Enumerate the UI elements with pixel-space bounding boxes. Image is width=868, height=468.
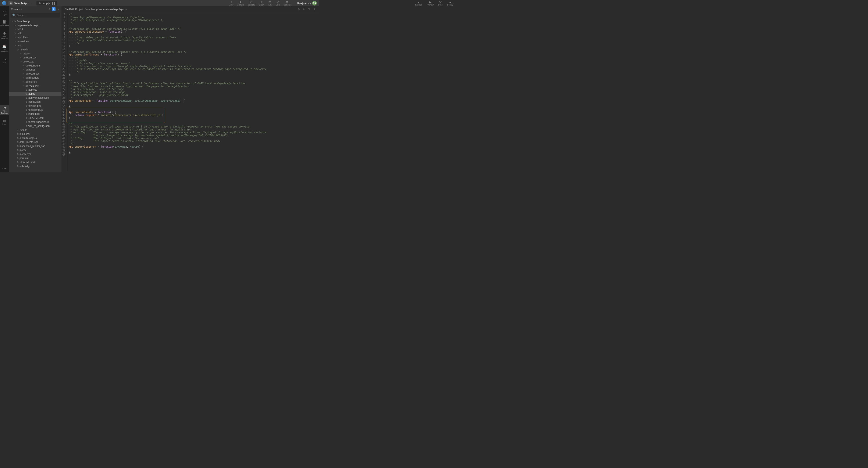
- rail-databases[interactable]: 🗄Databases: [0, 20, 9, 27]
- action-i18n[interactable]: 文I18N: [268, 1, 272, 6]
- code-line[interactable]: * You can change this though App.Variabl…: [68, 134, 268, 137]
- tree-node[interactable]: 🗎build.xml: [9, 132, 61, 136]
- user-menu[interactable]: RaajvamsyRA: [297, 1, 317, 5]
- twisty-icon[interactable]: ▾: [11, 20, 13, 23]
- tree-node[interactable]: ▸🗀resources: [9, 72, 61, 76]
- rail-web-services[interactable]: ⊕Web Services: [0, 31, 9, 41]
- tree-node[interactable]: ▸🗀pages: [9, 68, 61, 72]
- delete-icon[interactable]: 🗑: [313, 8, 316, 11]
- tree-node[interactable]: ▸🗀lib: [9, 31, 61, 35]
- code-area[interactable]: 1234567891011121314151617181920212223242…: [61, 12, 319, 172]
- code-line[interactable]: }: [68, 117, 268, 120]
- code-line[interactable]: /* perform any action on the variables w…: [68, 28, 268, 31]
- rail-java-services[interactable]: ☕Java Services: [0, 43, 9, 54]
- tree-node[interactable]: 🗎favicon.png: [9, 104, 61, 108]
- code-line[interactable]: ·····*/: [68, 71, 268, 74]
- code-line[interactable]: };: [68, 73, 268, 76]
- tree-node[interactable]: 🗎app.css: [9, 88, 61, 92]
- twisty-icon[interactable]: ▸: [23, 69, 25, 71]
- twisty-icon[interactable]: ▸: [20, 53, 22, 55]
- tree-node[interactable]: 🗎config.json: [9, 100, 61, 104]
- twisty-icon[interactable]: ▸: [14, 36, 16, 38]
- tree-node[interactable]: 🗎README.md: [9, 160, 61, 164]
- tree-node[interactable]: ▸🗀i18n: [9, 27, 61, 31]
- tree-node[interactable]: 🗎README.md: [9, 116, 61, 120]
- code-line[interactable]: App.customModule = function() {: [68, 111, 268, 114]
- code-line[interactable]: App.onPageReady = function(activePageNam…: [68, 100, 268, 102]
- save-icon[interactable]: 🖫: [308, 8, 310, 11]
- twisty-icon[interactable]: ▸: [23, 65, 25, 67]
- code-line[interactable]: * $activePageEl : page jQuery element: [68, 94, 268, 97]
- twisty-icon[interactable]: ▸: [23, 77, 25, 79]
- code-line[interactable]: ····/*: [68, 56, 268, 59]
- code-line[interactable]: ····/*: [68, 33, 268, 36]
- tree-node[interactable]: ▸🗀profiles: [9, 35, 61, 39]
- code-line[interactable]: * eg: var DialogService = App.getDepende…: [68, 19, 268, 22]
- tree-node[interactable]: 🗎inspection_results.json: [9, 144, 61, 148]
- code-line[interactable]: ·····* On re-login after session timeout…: [68, 62, 268, 65]
- tree-node[interactable]: ▸🗀resources: [9, 56, 61, 60]
- rail-logs[interactable]: ▤Logs: [0, 118, 9, 126]
- code-line[interactable]: [68, 48, 268, 51]
- tree-node[interactable]: ▾🗀webapp: [9, 60, 61, 64]
- tree-node[interactable]: 🗎index.html: [9, 112, 61, 116]
- tree-node[interactable]: 🗎mvnw.cmd: [9, 152, 61, 156]
- tree-node[interactable]: 🗎ui-build.js: [9, 164, 61, 168]
- twisty-icon[interactable]: ▸: [14, 24, 16, 27]
- code-line[interactable]: ·····* variables can be accessed through…: [68, 36, 268, 39]
- code-line[interactable]: * This application level callback functi…: [68, 125, 268, 128]
- code-line[interactable]: * Use this function to write common erro…: [68, 128, 268, 131]
- code-line[interactable]: */: [68, 22, 268, 25]
- tree-node[interactable]: 🗎wm_rn_config.json: [9, 124, 61, 128]
- code-line[interactable]: * This application level callback functi…: [68, 82, 268, 85]
- code-line[interactable]: [68, 102, 268, 105]
- code-line[interactable]: [68, 76, 268, 79]
- tree-node[interactable]: 🗎app.variables.json: [9, 96, 61, 100]
- code-line[interactable]: * errorMsg: The error message returned b…: [68, 131, 268, 134]
- file-tab[interactable]: 🗎 app.js: [36, 1, 57, 5]
- tree-node[interactable]: ▸🗀generated-rn-app: [9, 23, 61, 27]
- tree-node[interactable]: 🗎app.js: [9, 92, 61, 96]
- code-line[interactable]: */: [68, 97, 268, 100]
- code-line[interactable]: };: [68, 105, 268, 108]
- code-line[interactable]: App.onServiceError = function(errorMsg, …: [68, 145, 268, 148]
- tree-node[interactable]: ▸🗀extensions: [9, 64, 61, 68]
- app-logo-icon[interactable]: [2, 1, 6, 5]
- tree-node[interactable]: ▸🗀themes: [9, 79, 61, 83]
- code-line[interactable]: [68, 25, 268, 28]
- action-security[interactable]: 🛡Security: [248, 1, 255, 6]
- code-line[interactable]: /*: [68, 79, 268, 82]
- refresh-icon[interactable]: ⟳: [49, 8, 51, 10]
- action-settings[interactable]: ⚙Settings: [283, 1, 290, 6]
- action-vcs[interactable]: ⎇VCS: [276, 1, 280, 6]
- twisty-icon[interactable]: ▸: [23, 73, 25, 75]
- twisty-icon[interactable]: ▸: [14, 28, 16, 31]
- grid-icon[interactable]: [52, 2, 55, 5]
- rail-file-explorer[interactable]: 🗂File Explorer: [0, 105, 9, 115]
- code-line[interactable]: /*: [68, 13, 268, 16]
- tree-node[interactable]: 🗎font.config.js: [9, 108, 61, 112]
- tree-node[interactable]: 🗎customScript.js: [9, 136, 61, 140]
- code-line[interactable]: */: [68, 143, 268, 146]
- code-line[interactable]: * This object contains useful informatio…: [68, 140, 268, 143]
- action-artifacts[interactable]: ⬇Artifacts: [237, 1, 244, 6]
- tree-node[interactable]: 🗎dataObjects.json: [9, 140, 61, 144]
- tree-node[interactable]: 🗎theme.variables.js: [9, 120, 61, 124]
- code-line[interactable]: ·····* if a different user logs in, app …: [68, 68, 268, 71]
- code-line[interactable]: [68, 108, 268, 111]
- twisty-icon[interactable]: ▾: [20, 61, 22, 63]
- code-line[interactable]: * Use App.getDependency for Dependency I…: [68, 16, 268, 19]
- code-line[interactable]: };: [68, 152, 268, 155]
- code-line[interactable]: /*: [68, 123, 268, 126]
- code-line[interactable]: ·····*/: [68, 42, 268, 45]
- download-icon[interactable]: ⬇: [303, 8, 305, 11]
- code-line[interactable]: [68, 120, 268, 123]
- twisty-icon[interactable]: ▸: [17, 129, 19, 131]
- code-line[interactable]: * xhrObj: The xhrObject used to make the…: [68, 137, 268, 140]
- twisty-icon[interactable]: ▾: [14, 44, 16, 46]
- code-line[interactable]: /* perform any action on session timeout…: [68, 51, 268, 54]
- collapse-panel-icon[interactable]: «: [58, 8, 59, 10]
- tree-node[interactable]: 🗎mvnw: [9, 148, 61, 152]
- rail-pages[interactable]: ▭Pages: [0, 8, 9, 16]
- add-icon[interactable]: +: [52, 7, 56, 11]
